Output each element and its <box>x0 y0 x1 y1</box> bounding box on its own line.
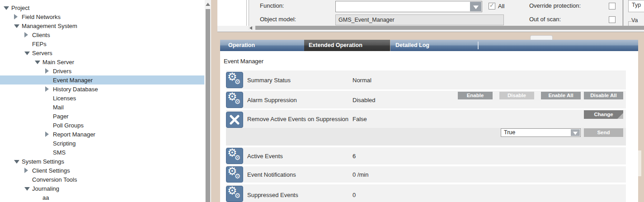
collapse-arrow-icon[interactable] <box>24 52 30 55</box>
tree-item-event-manager[interactable]: Event Manager <box>0 75 204 85</box>
tree-item-client-settings[interactable]: Client Settings <box>0 166 204 175</box>
property-row-upper-band: Remove Active Events on SuppressionFalse <box>226 110 626 128</box>
tree-item-label: Field Networks <box>22 14 61 20</box>
expand-arrow-icon[interactable] <box>45 132 49 137</box>
property-rows: ⚙⚙Summary StatusNormal⚙⚙Alarm Suppressio… <box>226 51 626 202</box>
tree-item-label: Servers <box>32 50 52 56</box>
remove-x-icon <box>226 112 243 128</box>
expand-arrow-icon[interactable] <box>24 32 28 38</box>
out-of-scan-checkbox[interactable] <box>609 16 616 23</box>
enable-button[interactable]: Enable <box>458 92 493 99</box>
navigation-tree: ProjectField NetworksManagement SystemCl… <box>0 0 211 202</box>
collapse-arrow-icon[interactable] <box>4 6 9 10</box>
chevron-down-icon[interactable] <box>470 2 481 11</box>
tree-item-drivers[interactable]: Drivers <box>0 66 204 75</box>
dropdown-arrow-icon <box>473 5 479 9</box>
collapse-arrow-icon[interactable] <box>14 160 19 164</box>
tree-item-label: History Database <box>53 86 98 93</box>
vertical-splitter[interactable] <box>246 0 249 26</box>
collapse-arrow-icon[interactable] <box>24 187 30 191</box>
horizontal-scrollbar[interactable] <box>248 26 644 30</box>
property-row-active-events: ⚙⚙Active Events6 <box>226 147 626 164</box>
tree-item-journaling[interactable]: Journaling <box>0 184 204 193</box>
dropdown-arrow-icon <box>573 132 578 135</box>
properties-panel: Function: ✓ All Override protection: Obj… <box>217 0 644 32</box>
tree-item-pager[interactable]: Pager <box>0 112 204 121</box>
send-button[interactable]: Send <box>584 128 623 137</box>
tree-item-label: Poll Groups <box>53 122 84 129</box>
hscrollbar-thumb[interactable] <box>255 26 644 30</box>
expand-arrow-icon[interactable] <box>45 86 49 92</box>
tree-item-field-networks[interactable]: Field Networks <box>0 12 204 21</box>
tree-item-label: Mail <box>53 104 64 111</box>
right-scrollbar-thumb[interactable] <box>638 150 641 176</box>
dropdown-selected-value: True <box>504 129 515 136</box>
property-row-summary-status: ⚙⚙Summary StatusNormal <box>226 70 626 89</box>
property-row-event-notifications: ⚙⚙Event Notifications0 /min <box>226 166 626 183</box>
gears-icon: ⚙⚙ <box>226 148 243 164</box>
property-label: Suppressed Events <box>247 191 298 198</box>
tree-item-label: SMS <box>53 149 66 156</box>
tree-scrollbar-thumb[interactable] <box>206 9 210 202</box>
extended-operation-panel: Event Manager ⚙⚙Summary StatusNormal⚙⚙Al… <box>220 51 638 202</box>
tree-item-report-manager[interactable]: Report Manager <box>0 130 204 139</box>
tree-item-label: Pager <box>53 113 69 120</box>
scroll-up-icon[interactable] <box>206 3 210 6</box>
tree-item-label: Clients <box>32 32 50 38</box>
tree-item-licenses[interactable]: Licenses <box>0 94 204 103</box>
disable-all-button[interactable]: Disable All <box>584 92 623 99</box>
tree-item-label: Project <box>11 5 29 11</box>
tree-scrollbar[interactable] <box>205 0 211 202</box>
chevron-down-icon[interactable] <box>571 129 580 136</box>
gear-icon: ⚙ <box>235 99 240 105</box>
change-button[interactable]: Change <box>584 110 623 119</box>
gear-icon: ⚙ <box>235 155 240 161</box>
tree-item-aa[interactable]: aa <box>0 193 204 202</box>
function-combobox[interactable] <box>335 1 482 12</box>
tree-item-label: Journaling <box>32 185 59 192</box>
scroll-left-icon[interactable] <box>249 26 252 30</box>
tree-item-conversion-tools[interactable]: Conversion Tools <box>0 175 204 184</box>
tree-item-sms[interactable]: SMS <box>0 148 204 157</box>
collapse-arrow-icon[interactable] <box>35 61 40 64</box>
expand-arrow-icon[interactable] <box>24 168 28 173</box>
tab-detailed-log[interactable]: Detailed Log <box>390 40 475 51</box>
panel-collapse-handle[interactable] <box>530 35 553 40</box>
tree-item-management-system[interactable]: Management System <box>0 21 204 30</box>
tree-item-main-server[interactable]: Main Server <box>0 57 204 66</box>
property-label: Summary Status <box>247 77 291 84</box>
tree-item-label: Client Settings <box>32 167 70 174</box>
tree-item-label: aa <box>42 194 49 201</box>
gear-icon: ⚙ <box>235 79 240 85</box>
tab-operation[interactable]: Operation <box>220 40 304 51</box>
tree-item-label: Drivers <box>53 68 71 75</box>
tree-item-label: Conversion Tools <box>32 176 77 183</box>
tree-item-servers[interactable]: Servers <box>0 48 204 57</box>
gears-icon: ⚙⚙ <box>226 186 243 202</box>
property-value: 6 <box>353 153 356 160</box>
override-protection-checkbox[interactable] <box>609 3 616 9</box>
application-window: ProjectField NetworksManagement SystemCl… <box>0 0 644 202</box>
property-label: Remove Active Events on Suppression <box>247 116 348 122</box>
tree-item-scripting[interactable]: Scripting <box>0 139 204 148</box>
tree-item-system-settings[interactable]: System Settings <box>0 157 204 166</box>
tree-item-history-database[interactable]: History Database <box>0 85 204 94</box>
expand-arrow-icon[interactable] <box>14 14 18 19</box>
value-dropdown[interactable]: True <box>501 128 581 137</box>
disable-button[interactable]: Disable <box>499 92 534 99</box>
property-value: Normal <box>353 77 371 84</box>
tree-item-feps[interactable]: FEPs <box>0 39 204 48</box>
collapse-arrow-icon[interactable] <box>14 24 19 28</box>
expand-arrow-icon[interactable] <box>45 68 49 74</box>
tree-item-project[interactable]: Project <box>0 3 204 12</box>
enable-all-button[interactable]: Enable All <box>541 92 581 99</box>
tree-item-clients[interactable]: Clients <box>0 30 204 39</box>
object-model-label: Object model: <box>260 16 296 23</box>
fold-corner-icon <box>617 113 623 119</box>
tree-item-mail[interactable]: Mail <box>0 103 204 112</box>
property-value: Disabled <box>353 96 376 103</box>
panel-spacer <box>217 0 246 26</box>
tab-extended-operation[interactable]: Extended Operation <box>304 40 390 51</box>
tree-item-poll-groups[interactable]: Poll Groups <box>0 121 204 130</box>
all-checkbox[interactable]: ✓ <box>489 3 495 9</box>
